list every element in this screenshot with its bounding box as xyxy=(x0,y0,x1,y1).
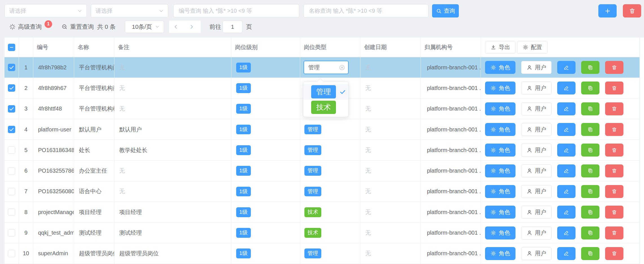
role-button[interactable]: 角色 xyxy=(485,247,515,260)
next-page-button[interactable] xyxy=(189,24,195,30)
delete-row-button[interactable] xyxy=(605,164,623,177)
edit-button[interactable] xyxy=(557,102,576,115)
level-badge: 1级 xyxy=(236,125,251,135)
trash-icon xyxy=(611,188,617,194)
row-remark: 无 xyxy=(114,160,231,181)
role-button[interactable]: 角色 xyxy=(485,185,515,198)
user-button[interactable]: 用户 xyxy=(521,123,552,136)
user-button[interactable]: 用户 xyxy=(521,164,552,177)
advanced-query-badge: 1 xyxy=(45,20,52,28)
row-checkbox[interactable] xyxy=(8,126,15,133)
edit-button[interactable] xyxy=(557,164,576,177)
row-checkbox[interactable] xyxy=(8,84,15,92)
delete-row-button[interactable] xyxy=(605,247,623,260)
row-code: superAdmin xyxy=(33,243,74,264)
copy-button[interactable] xyxy=(581,226,599,239)
row-checkbox[interactable] xyxy=(8,146,15,154)
dropdown-option-tech[interactable]: 技术 xyxy=(303,100,348,115)
advanced-query-toggle[interactable]: 高级查询 1 xyxy=(9,21,52,33)
row-checkbox[interactable] xyxy=(8,188,15,195)
copy-button[interactable] xyxy=(581,82,599,94)
edit-button[interactable] xyxy=(557,123,576,136)
type-badge: 管理 xyxy=(304,248,321,258)
row-code: PO16325578620171... xyxy=(33,160,74,181)
edit-button[interactable] xyxy=(557,61,576,74)
name-search-input[interactable] xyxy=(308,7,424,14)
role-button[interactable]: 角色 xyxy=(485,164,515,177)
name-header: 名称 xyxy=(74,38,114,57)
dropdown-option-manage[interactable]: 管理 xyxy=(303,84,348,100)
clear-icon[interactable] xyxy=(339,64,345,71)
gear-icon xyxy=(490,250,496,256)
row-org: platform-branch-001 ... xyxy=(421,57,481,78)
role-button[interactable]: 角色 xyxy=(485,123,515,136)
row-checkbox[interactable] xyxy=(8,229,15,237)
role-button[interactable]: 角色 xyxy=(485,102,515,115)
pencil-icon xyxy=(563,106,569,112)
delete-row-button[interactable] xyxy=(605,61,623,74)
prev-page-button[interactable] xyxy=(173,24,179,30)
row-checkbox[interactable] xyxy=(8,250,15,257)
row-checkbox[interactable] xyxy=(8,167,15,175)
reset-query-button[interactable]: 重置查询 xyxy=(61,21,94,33)
user-button[interactable]: 用户 xyxy=(521,206,552,219)
user-button[interactable]: 用户 xyxy=(521,247,552,260)
search-button[interactable]: 查询 xyxy=(432,4,459,17)
delete-row-button[interactable] xyxy=(605,185,623,198)
copy-button[interactable] xyxy=(581,247,599,260)
role-button[interactable]: 角色 xyxy=(485,144,515,157)
user-button[interactable]: 用户 xyxy=(521,185,552,198)
index-header xyxy=(19,38,33,57)
row-checkbox[interactable] xyxy=(8,105,15,113)
copy-button[interactable] xyxy=(581,185,599,198)
row-checkbox[interactable] xyxy=(8,64,15,71)
row-type: 管理 xyxy=(300,160,360,181)
delete-row-button[interactable] xyxy=(605,102,623,115)
user-button[interactable]: 用户 xyxy=(521,226,552,239)
page-size-select[interactable]: 10条/页 xyxy=(125,21,164,33)
export-button[interactable]: 导出 xyxy=(485,41,515,54)
filter-select-2[interactable]: 请选择 xyxy=(91,4,168,17)
edit-button[interactable] xyxy=(557,82,576,94)
type-select[interactable]: 管理 xyxy=(304,61,349,74)
filter-select-1[interactable]: 请选择 xyxy=(5,4,87,17)
table-row: 7PO16325608031611...语合中心无1级管理无platform-b… xyxy=(5,181,640,202)
pencil-icon xyxy=(563,147,569,153)
copy-button[interactable] xyxy=(581,102,599,115)
row-name: 测试经理 xyxy=(74,223,114,243)
copy-button[interactable] xyxy=(581,144,599,157)
row-checkbox[interactable] xyxy=(8,208,15,216)
edit-button[interactable] xyxy=(557,144,576,157)
row-org: platform-branch-001 ... xyxy=(421,202,481,223)
role-button[interactable]: 角色 xyxy=(485,61,515,74)
add-button[interactable] xyxy=(598,4,617,17)
delete-row-button[interactable] xyxy=(605,206,623,219)
edit-button[interactable] xyxy=(557,247,576,260)
user-button[interactable]: 用户 xyxy=(521,102,552,115)
role-button[interactable]: 角色 xyxy=(485,226,515,239)
user-button[interactable]: 用户 xyxy=(521,61,552,74)
trash-icon xyxy=(611,209,617,215)
check-icon xyxy=(9,106,14,112)
edit-button[interactable] xyxy=(557,226,576,239)
edit-button[interactable] xyxy=(557,206,576,219)
delete-row-button[interactable] xyxy=(605,82,623,94)
select-all-checkbox[interactable] xyxy=(8,44,15,51)
edit-button[interactable] xyxy=(557,185,576,198)
copy-button[interactable] xyxy=(581,123,599,136)
delete-button[interactable] xyxy=(623,4,641,17)
copy-button[interactable] xyxy=(581,206,599,219)
delete-row-button[interactable] xyxy=(605,123,623,136)
goto-page-input[interactable] xyxy=(223,21,242,33)
code-search-input[interactable] xyxy=(178,7,295,14)
copy-button[interactable] xyxy=(581,164,599,177)
sparkle-icon xyxy=(9,24,16,30)
delete-row-button[interactable] xyxy=(605,144,623,157)
user-button[interactable]: 用户 xyxy=(521,82,552,94)
config-button[interactable]: 配置 xyxy=(517,41,548,54)
role-button[interactable]: 角色 xyxy=(485,206,515,219)
role-button[interactable]: 角色 xyxy=(485,82,515,94)
delete-row-button[interactable] xyxy=(605,226,623,239)
copy-button[interactable] xyxy=(581,61,599,74)
user-button[interactable]: 用户 xyxy=(521,144,552,157)
